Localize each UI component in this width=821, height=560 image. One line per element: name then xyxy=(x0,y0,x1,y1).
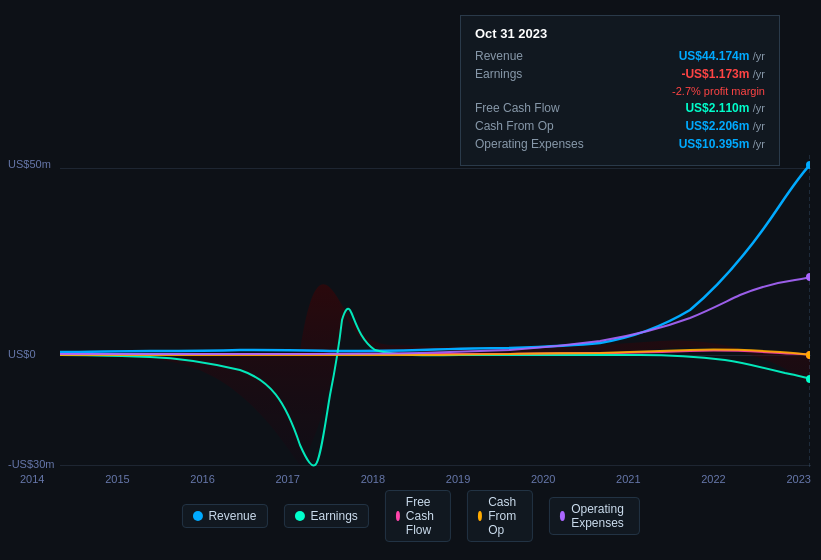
x-label-2021: 2021 xyxy=(616,473,640,485)
x-label-2014: 2014 xyxy=(20,473,44,485)
legend-dot-cashfromop xyxy=(478,511,482,521)
tooltip-value-earnings: -US$1.173m /yr xyxy=(681,67,765,81)
x-label-2022: 2022 xyxy=(701,473,725,485)
x-label-2020: 2020 xyxy=(531,473,555,485)
x-label-2018: 2018 xyxy=(361,473,385,485)
tooltip-row-opex: Operating Expenses US$10.395m /yr xyxy=(475,137,765,151)
legend-label-earnings: Earnings xyxy=(310,509,357,523)
tooltip-row-cashfromop: Cash From Op US$2.206m /yr xyxy=(475,119,765,133)
tooltip-box: Oct 31 2023 Revenue US$44.174m /yr Earni… xyxy=(460,15,780,166)
tooltip-label-cashfromop: Cash From Op xyxy=(475,119,595,133)
legend-item-opex[interactable]: Operating Expenses xyxy=(549,497,640,535)
legend-item-revenue[interactable]: Revenue xyxy=(181,504,267,528)
tooltip-label-earnings: Earnings xyxy=(475,67,595,81)
tooltip-row-revenue: Revenue US$44.174m /yr xyxy=(475,49,765,63)
legend-label-revenue: Revenue xyxy=(208,509,256,523)
tooltip-value-fcf: US$2.110m /yr xyxy=(685,101,765,115)
tooltip-label-fcf: Free Cash Flow xyxy=(475,101,595,115)
legend-label-fcf: Free Cash Flow xyxy=(406,495,440,537)
x-label-2016: 2016 xyxy=(190,473,214,485)
chart-legend: Revenue Earnings Free Cash Flow Cash Fro… xyxy=(181,490,639,542)
tooltip-label-opex: Operating Expenses xyxy=(475,137,595,151)
legend-label-opex: Operating Expenses xyxy=(571,502,628,530)
chart-container: Oct 31 2023 Revenue US$44.174m /yr Earni… xyxy=(0,0,821,560)
legend-dot-fcf xyxy=(396,511,400,521)
x-axis-labels: 2014 2015 2016 2017 2018 2019 2020 2021 … xyxy=(20,473,811,485)
x-label-2023: 2023 xyxy=(786,473,810,485)
legend-dot-revenue xyxy=(192,511,202,521)
legend-item-earnings[interactable]: Earnings xyxy=(283,504,368,528)
tooltip-row-fcf: Free Cash Flow US$2.110m /yr xyxy=(475,101,765,115)
y-label-neg30m: -US$30m xyxy=(8,458,54,470)
legend-dot-earnings xyxy=(294,511,304,521)
legend-label-cashfromop: Cash From Op xyxy=(488,495,522,537)
tooltip-label-empty xyxy=(475,85,595,97)
y-label-0: US$0 xyxy=(8,348,36,360)
legend-item-cashfromop[interactable]: Cash From Op xyxy=(467,490,533,542)
svg-point-5 xyxy=(806,273,810,281)
tooltip-label-revenue: Revenue xyxy=(475,49,595,63)
x-label-2015: 2015 xyxy=(105,473,129,485)
main-chart xyxy=(60,155,810,470)
x-label-2019: 2019 xyxy=(446,473,470,485)
x-label-2017: 2017 xyxy=(275,473,299,485)
tooltip-value-revenue: US$44.174m /yr xyxy=(679,49,765,63)
tooltip-row-earnings: Earnings -US$1.173m /yr xyxy=(475,67,765,81)
y-label-50m: US$50m xyxy=(8,158,51,170)
tooltip-value-opex: US$10.395m /yr xyxy=(679,137,765,151)
tooltip-profit-margin: -2.7% profit margin xyxy=(672,85,765,97)
tooltip-value-cashfromop: US$2.206m /yr xyxy=(685,119,765,133)
tooltip-date: Oct 31 2023 xyxy=(475,26,765,41)
legend-item-fcf[interactable]: Free Cash Flow xyxy=(385,490,451,542)
legend-dot-opex xyxy=(560,511,565,521)
tooltip-row-earnings-margin: -2.7% profit margin xyxy=(475,85,765,97)
